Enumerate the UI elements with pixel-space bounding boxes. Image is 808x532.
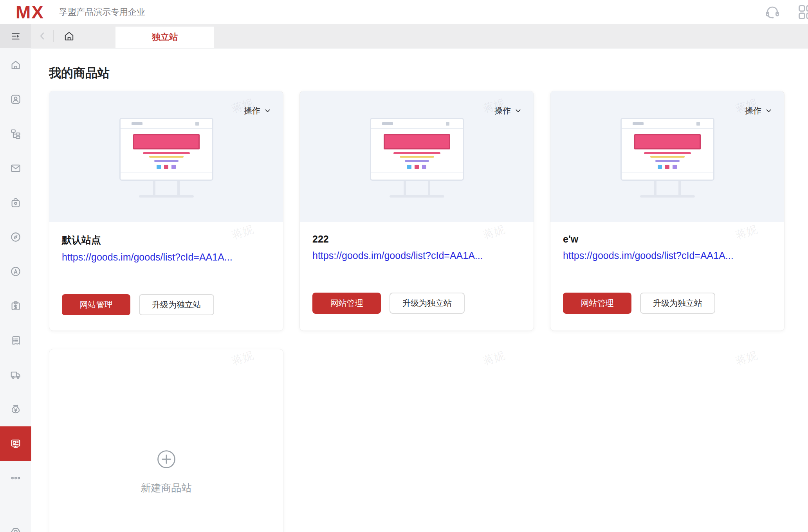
manage-site-button[interactable]: 网站管理 — [563, 293, 631, 314]
sidebar — [0, 24, 31, 532]
page-title: 我的商品站 — [49, 65, 808, 81]
upgrade-site-button[interactable]: 升级为独立站 — [640, 293, 715, 314]
site-card-grid: 操作 默认站点 https://goods.im/goods/list?cId=… — [49, 91, 808, 331]
monitor-illustration — [370, 118, 464, 198]
manage-site-button[interactable]: 网站管理 — [312, 293, 381, 314]
sidebar-item-organization[interactable] — [0, 117, 31, 151]
site-card: 操作 e'w https://goods.im/goods/list?cId=A… — [550, 91, 785, 331]
company-name: 孚盟产品演示专用企业 — [59, 6, 145, 18]
site-url-link[interactable]: https://goods.im/goods/list?cId=AA1A... — [312, 250, 521, 261]
site-url-link[interactable]: https://goods.im/goods/list?cId=AA1A... — [62, 252, 271, 263]
site-url-link[interactable]: https://goods.im/goods/list?cId=AA1A... — [563, 250, 772, 261]
card-action-dropdown[interactable]: 操作 — [494, 105, 522, 116]
new-site-label: 新建商品站 — [141, 481, 192, 495]
site-card: 操作 222 https://goods.im/goods/list?cId=A… — [299, 91, 534, 331]
tab-independent-site[interactable]: 独立站 — [115, 27, 214, 48]
manage-site-button[interactable]: 网站管理 — [62, 294, 130, 315]
site-name: 222 — [312, 234, 521, 245]
home-icon — [63, 30, 75, 42]
site-card: 操作 默认站点 https://goods.im/goods/list?cId=… — [49, 91, 283, 331]
sidebar-item-discovery[interactable] — [0, 220, 31, 254]
headset-icon[interactable] — [764, 4, 781, 20]
sidebar-item-products[interactable] — [0, 185, 31, 220]
site-illustration: 操作 — [550, 91, 784, 222]
plus-circle-icon — [155, 448, 177, 470]
sidebar-item-billing[interactable] — [0, 289, 31, 323]
monitor-illustration — [620, 118, 714, 198]
card-action-label: 操作 — [244, 105, 260, 116]
gear-icon[interactable] — [0, 526, 31, 532]
chevron-down-icon — [514, 107, 522, 115]
card-action-dropdown[interactable]: 操作 — [745, 105, 772, 116]
site-illustration: 操作 — [300, 91, 534, 222]
monitor-illustration — [119, 118, 213, 198]
mx-logo: MX — [16, 3, 44, 21]
site-name: e'w — [563, 234, 772, 245]
collapse-menu-icon[interactable] — [0, 24, 31, 48]
sidebar-item-logistics[interactable] — [0, 358, 31, 392]
new-site-card[interactable]: 新建商品站 — [49, 349, 283, 532]
chevron-down-icon — [765, 107, 772, 115]
sidebar-item-site[interactable] — [0, 426, 31, 461]
site-illustration: 操作 — [49, 91, 283, 222]
sidebar-item-more[interactable] — [0, 461, 31, 495]
card-action-label: 操作 — [494, 105, 511, 116]
sidebar-item-contacts[interactable] — [0, 82, 31, 117]
card-action-label: 操作 — [745, 105, 761, 116]
card-action-dropdown[interactable]: 操作 — [244, 105, 271, 116]
sidebar-item-orders[interactable] — [0, 323, 31, 358]
site-name: 默认站点 — [62, 234, 271, 246]
apps-grid-icon[interactable] — [797, 4, 808, 21]
chevron-down-icon — [264, 107, 271, 115]
upgrade-site-button[interactable]: 升级为独立站 — [139, 294, 214, 315]
sidebar-item-home[interactable] — [0, 48, 31, 82]
home-tab-button[interactable] — [54, 24, 84, 48]
tab-bar: 独立站 — [31, 24, 808, 49]
main-content: 我的商品站 操作 默认站点 https://goods.im/goods/lis… — [31, 49, 808, 532]
app-header: MX 孚盟产品演示专用企业 — [0, 0, 808, 24]
sidebar-item-marketing[interactable] — [0, 254, 31, 289]
sidebar-item-finance[interactable] — [0, 392, 31, 426]
sidebar-item-mail[interactable] — [0, 151, 31, 185]
back-button[interactable] — [31, 24, 53, 48]
upgrade-site-button[interactable]: 升级为独立站 — [390, 293, 465, 314]
